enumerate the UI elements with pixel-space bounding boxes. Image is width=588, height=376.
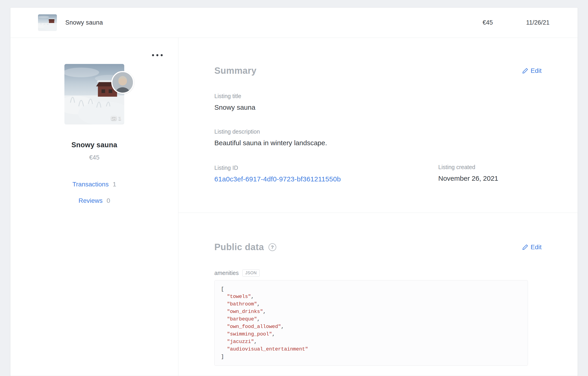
listing-title-value: Snowy sauna [214, 104, 542, 111]
listing-detail-main: Summary Edit Listing title Snowy sauna [178, 38, 578, 376]
json-format-badge: JSON [242, 269, 260, 277]
transactions-count: 1 [113, 181, 116, 188]
listing-id-field: Listing ID 61a0c3ef-6917-4df0-9723-bf361… [214, 165, 438, 183]
transactions-row: Transactions 1 [10, 181, 178, 188]
listing-thumbnail [38, 14, 57, 31]
summary-edit-button[interactable]: Edit [522, 67, 542, 75]
image-count: 1 [118, 115, 121, 121]
transactions-link[interactable]: Transactions [72, 181, 109, 188]
public-data-edit-label: Edit [531, 244, 542, 251]
reviews-link[interactable]: Reviews [79, 197, 103, 204]
listing-title-label: Listing title [214, 93, 542, 99]
summary-section-head: Summary Edit [214, 65, 542, 76]
public-data-heading: Public data [214, 242, 264, 252]
sidebar-listing-price: €45 [10, 154, 178, 161]
sidebar-listing-title: Snowy sauna [10, 141, 178, 149]
listing-created-label: Listing created [438, 164, 542, 171]
listing-header-title: Snowy sauna [65, 19, 103, 26]
listing-meta-row: Listing ID 61a0c3ef-6917-4df0-9723-bf361… [214, 147, 542, 183]
listing-sidebar: 1 Snowy sauna €45 Transactions 1 Reviews… [10, 38, 178, 376]
listing-header-date: 11/26/21 [526, 19, 550, 26]
amenities-json-value: [ "towels", "bathroom", "own_drinks", "b… [214, 280, 528, 366]
listing-description-value: Beautiful sauna in wintery landscape. [214, 139, 542, 147]
listing-id-link[interactable]: 61a0c3ef-6917-4df0-9723-bf361211550b [214, 175, 438, 183]
listing-description-field: Listing description Beautiful sauna in w… [214, 128, 542, 147]
summary-edit-label: Edit [531, 67, 542, 75]
summary-heading: Summary [214, 65, 256, 76]
listing-header: Snowy sauna €45 11/26/21 [10, 8, 578, 38]
ellipsis-menu-icon[interactable] [151, 53, 164, 58]
listing-detail-body: 1 Snowy sauna €45 Transactions 1 Reviews… [10, 38, 578, 376]
listing-description-label: Listing description [214, 128, 542, 135]
reviews-row: Reviews 0 [10, 197, 178, 204]
avatar-photo [112, 72, 133, 93]
author-avatar[interactable] [111, 71, 134, 94]
listing-card: Snowy sauna €45 11/26/21 [10, 8, 578, 376]
public-data-section: Public data ? Edit amenities JSON [214, 213, 542, 366]
console-page: Snowy sauna €45 11/26/21 [0, 8, 588, 376]
help-icon[interactable]: ? [269, 243, 276, 251]
image-count-badge: 1 [111, 115, 121, 121]
amenities-field-header: amenities JSON [214, 269, 542, 277]
listing-image: 1 [64, 64, 124, 125]
pencil-icon [522, 68, 528, 74]
listing-title-field: Listing title Snowy sauna [214, 93, 542, 111]
amenities-label: amenities [214, 270, 239, 276]
listing-id-label: Listing ID [214, 165, 438, 171]
listing-created-value: November 26, 2021 [438, 175, 542, 182]
reviews-count: 0 [107, 197, 110, 204]
listing-header-price: €45 [483, 19, 493, 26]
pencil-icon [522, 244, 528, 250]
photo-icon [111, 116, 116, 121]
public-data-section-head: Public data ? Edit [214, 242, 542, 252]
summary-section: Summary Edit Listing title Snowy sauna [214, 38, 542, 183]
public-data-edit-button[interactable]: Edit [522, 244, 542, 251]
listing-created-field: Listing created November 26, 2021 [438, 164, 542, 183]
snowy-scene-icon [38, 14, 57, 31]
